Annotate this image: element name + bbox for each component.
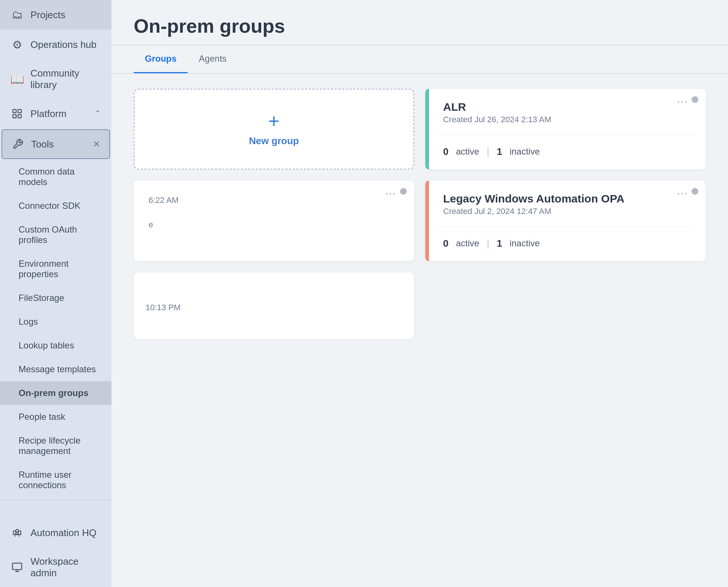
alr-active-label: active [456,146,479,157]
community-library-icon: 📖 [10,72,24,86]
sidebar-item-workspace-admin[interactable]: Workspace admin [0,548,111,587]
new-group-card[interactable]: + New group [134,89,414,169]
sidebar-divider [0,500,111,500]
legacy-inactive-count: 1 [497,238,502,249]
alr-title: ALR [443,101,694,113]
plus-icon: + [268,111,279,131]
platform-icon [10,107,24,120]
sidebar: 🗂 Projects ⚙ Operations hub 📖 Community … [0,0,111,587]
group-card-partial-right: 10:13 PM [134,272,414,339]
tab-agents[interactable]: Agents [188,45,238,73]
alr-active-count: 0 [443,146,448,158]
svg-rect-3 [18,115,22,118]
sidebar-item-automation-hq[interactable]: Automation HQ [0,518,111,548]
submenu-item-common-data-models[interactable]: Common data models [0,160,111,194]
page-title: On-prem groups [134,15,706,37]
group-card-partial-left: ··· 6:22 AM e [134,181,414,261]
submenu-item-connector-sdk[interactable]: Connector SDK [0,194,111,218]
new-group-label: New group [249,135,299,147]
tab-bar: Groups Agents [111,45,728,74]
submenu-item-filestorage[interactable]: FileStorage [0,286,111,310]
submenu-item-environment-properties[interactable]: Environment properties [0,252,111,286]
svg-rect-2 [13,115,16,118]
partial-left-label: e [149,220,402,230]
legacy-title: Legacy Windows Automation OPA [443,192,694,205]
projects-icon: 🗂 [10,8,24,22]
alr-divider [437,135,694,135]
svg-rect-0 [13,110,16,113]
legacy-status-dot [692,188,698,195]
partial-left-status-dot [400,188,407,195]
tools-submenu: Common data models Connector SDK Custom … [0,160,111,497]
submenu-item-people-task[interactable]: People task [0,405,111,429]
legacy-stats: 0 active | 1 inactive [437,237,694,249]
tools-icon [11,137,25,151]
sidebar-item-label: Platform [30,108,88,120]
tab-groups[interactable]: Groups [134,45,188,73]
sidebar-item-operations-hub[interactable]: ⚙ Operations hub [0,30,111,59]
partial-left-menu-button[interactable]: ··· [386,187,396,199]
sidebar-item-label: Community library [30,68,101,91]
chevron-down-icon: ⌃ [94,109,101,119]
workspace-admin-icon [10,561,24,574]
legacy-divider [437,227,694,227]
sidebar-item-label: Projects [30,9,101,21]
submenu-item-custom-oauth-profiles[interactable]: Custom OAuth profiles [0,218,111,252]
svg-rect-1 [18,110,22,113]
alr-menu-button[interactable]: ··· [677,95,688,107]
legacy-inactive-label: inactive [510,238,540,249]
sidebar-bottom: Automation HQ Workspace admin [0,518,111,587]
sidebar-item-projects[interactable]: 🗂 Projects [0,0,111,30]
alr-color-bar [425,89,429,169]
alr-created-date: Created Jul 26, 2024 2:13 AM [443,115,694,124]
alr-stat-separator: | [487,146,489,158]
operations-hub-icon: ⚙ [10,38,24,51]
submenu-item-runtime-user-connections[interactable]: Runtime user connections [0,463,111,497]
svg-rect-5 [16,532,19,534]
sidebar-item-label: Operations hub [30,39,101,51]
partial-left-time: 6:22 AM [149,195,402,205]
submenu-item-logs[interactable]: Logs [0,310,111,334]
automation-hq-icon [10,526,24,539]
legacy-menu-button[interactable]: ··· [677,187,688,199]
sidebar-item-community-library[interactable]: 📖 Community library [0,59,111,99]
groups-grid: + New group ··· ALR Created Jul 26, 2024… [111,74,728,587]
alr-inactive-label: inactive [510,146,540,157]
alr-stats: 0 active | 1 inactive [437,146,694,158]
sidebar-item-platform[interactable]: Platform ⌃ [0,99,111,129]
alr-inactive-count: 1 [497,146,502,158]
sidebar-item-tools[interactable]: Tools ✕ [1,129,110,159]
close-icon[interactable]: ✕ [93,139,100,149]
group-card-alr: ··· ALR Created Jul 26, 2024 2:13 AM 0 a… [425,89,706,169]
submenu-item-on-prem-groups[interactable]: On-prem groups [0,381,111,405]
legacy-created-date: Created Jul 2, 2024 12:47 AM [443,207,694,216]
main-header: On-prem groups [111,0,728,45]
legacy-color-bar [425,181,429,261]
submenu-item-message-templates[interactable]: Message templates [0,357,111,381]
submenu-item-recipe-lifecycle-management[interactable]: Recipe lifecycle management [0,429,111,463]
legacy-stat-separator: | [487,237,489,249]
svg-rect-6 [13,563,22,570]
alr-status-dot [692,96,698,103]
submenu-item-lookup-tables[interactable]: Lookup tables [0,334,111,357]
main-content-area: On-prem groups Groups Agents + New group… [111,0,728,587]
partial-right-time: 10:13 PM [146,303,402,312]
group-card-legacy-windows: ··· Legacy Windows Automation OPA Create… [425,181,706,261]
legacy-active-label: active [456,238,479,249]
sidebar-item-label: Tools [31,139,86,150]
legacy-active-count: 0 [443,238,448,249]
